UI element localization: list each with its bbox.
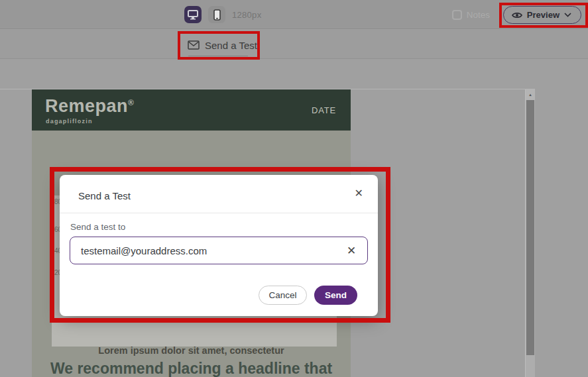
monitor-icon bbox=[188, 10, 198, 20]
date-label: DATE bbox=[312, 105, 336, 115]
email-headline: We recommend placing a headline that has… bbox=[32, 359, 351, 377]
device-toggle-group: 1280px bbox=[184, 0, 261, 29]
viewport-width-label: 1280px bbox=[232, 10, 261, 20]
top-toolbar: 1280px Notes Preview bbox=[0, 0, 588, 29]
brand-subtitle: dagapliflozin bbox=[46, 118, 93, 125]
notes-checkbox-icon bbox=[452, 10, 462, 20]
test-email-input[interactable] bbox=[70, 237, 368, 264]
chevron-down-icon bbox=[564, 13, 571, 17]
send-a-test-tab-label: Send a Test bbox=[205, 40, 257, 51]
tab-bar: Send a Test bbox=[0, 30, 588, 59]
mobile-view-button[interactable] bbox=[208, 6, 225, 23]
brand-logo: Remepan® bbox=[45, 96, 134, 117]
send-a-test-tab[interactable]: Send a Test bbox=[188, 35, 257, 55]
mobile-phone-icon bbox=[213, 9, 221, 21]
modal-divider bbox=[60, 213, 378, 213]
send-test-modal: Send a Test ✕ Send a test to ✕ Cancel Se… bbox=[60, 175, 378, 316]
notes-label: Notes bbox=[467, 10, 490, 20]
clear-input-icon[interactable]: ✕ bbox=[343, 242, 359, 258]
preview-button[interactable]: Preview bbox=[503, 6, 581, 24]
registered-mark: ® bbox=[128, 98, 134, 107]
active-tab-underline bbox=[188, 56, 248, 56]
send-button[interactable]: Send bbox=[314, 286, 357, 305]
send-test-to-label: Send a test to bbox=[70, 222, 125, 232]
close-icon[interactable]: ✕ bbox=[355, 188, 363, 199]
preview-label: Preview bbox=[527, 10, 559, 20]
envelope-icon bbox=[188, 40, 200, 50]
email-header-banner: Remepan® dagapliflozin DATE bbox=[32, 89, 351, 131]
desktop-view-button[interactable] bbox=[184, 6, 202, 23]
scrollbar-up-arrow[interactable]: ▲ bbox=[526, 89, 535, 100]
modal-title: Send a Test bbox=[78, 190, 131, 201]
eye-icon bbox=[512, 11, 522, 19]
scrollbar-thumb[interactable] bbox=[526, 100, 534, 355]
cancel-button[interactable]: Cancel bbox=[259, 286, 307, 305]
notes-toggle[interactable]: Notes bbox=[452, 0, 490, 29]
email-lorem-text: Lorem ipsum dolor sit amet, consectetur bbox=[32, 345, 351, 356]
